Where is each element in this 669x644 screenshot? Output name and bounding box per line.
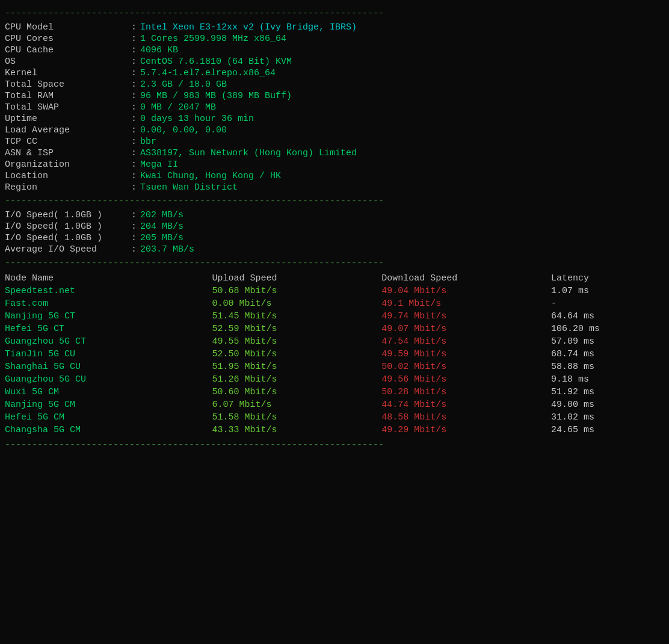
colon: : — [131, 22, 137, 33]
sysinfo-value: bbr — [140, 137, 156, 147]
colon: : — [131, 244, 137, 255]
sysinfo-row: Organization : Mega II — [5, 159, 664, 170]
network-row: Speedtest.net50.68 Mbit/s49.04 Mbit/s1.0… — [5, 285, 664, 297]
sysinfo-label: ASN & ISP — [5, 148, 131, 158]
network-header-upload: Upload Speed — [212, 272, 381, 285]
colon: : — [131, 159, 137, 170]
network-upload: 51.58 Mbit/s — [212, 411, 381, 424]
sysinfo-value: 96 MB / 983 MB (389 MB Buff) — [140, 91, 292, 101]
io-label: I/O Speed( 1.0GB ) — [5, 221, 131, 232]
network-header-row: Node NameUpload SpeedDownload SpeedLaten… — [5, 272, 664, 285]
network-upload: 51.26 Mbit/s — [212, 373, 381, 386]
network-upload: 6.07 Mbit/s — [212, 398, 381, 411]
io-label: I/O Speed( 1.0GB ) — [5, 233, 131, 243]
network-download: 49.59 Mbit/s — [381, 348, 551, 361]
colon: : — [131, 171, 137, 181]
network-latency: 64.64 ms — [551, 310, 664, 323]
network-latency: 58.88 ms — [551, 361, 664, 373]
sysinfo-row: OS : CentOS 7.6.1810 (64 Bit) KVM — [5, 57, 664, 67]
sysinfo-row: Total SWAP : 0 MB / 2047 MB — [5, 102, 664, 113]
sysinfo-row: CPU Cache : 4096 KB — [5, 45, 664, 55]
network-download: 49.1 Mbit/s — [381, 297, 551, 310]
colon: : — [131, 137, 137, 147]
sysinfo-row: CPU Cores : 1 Cores 2599.998 MHz x86_64 — [5, 34, 664, 44]
io-section: I/O Speed( 1.0GB ) : 202 MB/s I/O Speed(… — [5, 210, 664, 255]
sysinfo-row: Uptime : 0 days 13 hour 36 min — [5, 114, 664, 124]
network-node: Hefei 5G CM — [5, 411, 212, 424]
network-download: 49.07 Mbit/s — [381, 323, 551, 335]
network-node: TianJin 5G CU — [5, 348, 212, 361]
network-row: Changsha 5G CM43.33 Mbit/s49.29 Mbit/s24… — [5, 424, 664, 436]
network-latency: 68.74 ms — [551, 348, 664, 361]
colon: : — [131, 102, 137, 113]
divider-1: ----------------------------------------… — [5, 196, 664, 206]
io-value: 202 MB/s — [140, 210, 183, 220]
sysinfo-label: Uptime — [5, 114, 131, 124]
sysinfo-value: 0 days 13 hour 36 min — [140, 114, 254, 124]
sysinfo-value: 1 Cores 2599.998 MHz x86_64 — [140, 34, 286, 44]
sysinfo-value: 5.7.4-1.el7.elrepo.x86_64 — [140, 68, 276, 78]
network-header-latency: Latency — [551, 272, 664, 285]
sysinfo-label: Organization — [5, 159, 131, 170]
divider-2: ----------------------------------------… — [5, 258, 664, 268]
colon: : — [131, 210, 137, 220]
network-upload: 51.95 Mbit/s — [212, 361, 381, 373]
sysinfo-value: Mega II — [140, 159, 178, 170]
network-row: Wuxi 5G CM50.60 Mbit/s50.28 Mbit/s51.92 … — [5, 386, 664, 398]
network-section: Node NameUpload SpeedDownload SpeedLaten… — [5, 272, 664, 436]
io-label: I/O Speed( 1.0GB ) — [5, 210, 131, 220]
sysinfo-row: Total RAM : 96 MB / 983 MB (389 MB Buff) — [5, 91, 664, 101]
sysinfo-row: Kernel : 5.7.4-1.el7.elrepo.x86_64 — [5, 68, 664, 78]
top-divider: ----------------------------------------… — [5, 8, 664, 19]
sysinfo-row: Region : Tsuen Wan District — [5, 182, 664, 193]
sysinfo-label: Total RAM — [5, 91, 131, 101]
colon: : — [131, 221, 137, 232]
colon: : — [131, 68, 137, 78]
colon: : — [131, 57, 137, 67]
colon: : — [131, 34, 137, 44]
network-node: Hefei 5G CT — [5, 323, 212, 335]
io-row: I/O Speed( 1.0GB ) : 202 MB/s — [5, 210, 664, 220]
network-latency: 49.00 ms — [551, 398, 664, 411]
network-node: Nanjing 5G CM — [5, 398, 212, 411]
io-row: I/O Speed( 1.0GB ) : 205 MB/s — [5, 233, 664, 243]
sysinfo-value: Intel Xeon E3-12xx v2 (Ivy Bridge, IBRS) — [140, 22, 357, 33]
network-row: Hefei 5G CT52.59 Mbit/s49.07 Mbit/s106.2… — [5, 323, 664, 335]
network-latency: 57.09 ms — [551, 335, 664, 348]
io-row: Average I/O Speed : 203.7 MB/s — [5, 244, 664, 255]
network-latency: 51.92 ms — [551, 386, 664, 398]
network-download: 49.56 Mbit/s — [381, 373, 551, 386]
io-label: Average I/O Speed — [5, 244, 131, 255]
sysinfo-value: Tsuen Wan District — [140, 182, 238, 193]
sysinfo-label: Load Average — [5, 125, 131, 135]
io-value: 203.7 MB/s — [140, 244, 194, 255]
colon: : — [131, 79, 137, 90]
sysinfo-row: ASN & ISP : AS38197, Sun Network (Hong K… — [5, 148, 664, 158]
sysinfo-label: Location — [5, 171, 131, 181]
network-upload: 49.55 Mbit/s — [212, 335, 381, 348]
network-download: 44.74 Mbit/s — [381, 398, 551, 411]
network-row: Fast.com0.00 Mbit/s49.1 Mbit/s- — [5, 297, 664, 310]
sysinfo-label: Kernel — [5, 68, 131, 78]
sysinfo-row: Location : Kwai Chung, Hong Kong / HK — [5, 171, 664, 181]
colon: : — [131, 125, 137, 135]
sysinfo-label: Total Space — [5, 79, 131, 90]
colon: : — [131, 45, 137, 55]
network-row: Nanjing 5G CT51.45 Mbit/s49.74 Mbit/s64.… — [5, 310, 664, 323]
network-download: 50.28 Mbit/s — [381, 386, 551, 398]
colon: : — [131, 114, 137, 124]
sysinfo-value: AS38197, Sun Network (Hong Kong) Limited — [140, 148, 357, 158]
network-node: Guangzhou 5G CT — [5, 335, 212, 348]
network-download: 49.74 Mbit/s — [381, 310, 551, 323]
io-row: I/O Speed( 1.0GB ) : 204 MB/s — [5, 221, 664, 232]
network-node: Guangzhou 5G CU — [5, 373, 212, 386]
network-node: Changsha 5G CM — [5, 424, 212, 436]
colon: : — [131, 148, 137, 158]
sysinfo-value: Kwai Chung, Hong Kong / HK — [140, 171, 281, 181]
colon: : — [131, 182, 137, 193]
network-row: Shanghai 5G CU51.95 Mbit/s50.02 Mbit/s58… — [5, 361, 664, 373]
io-value: 204 MB/s — [140, 221, 183, 232]
network-latency: - — [551, 297, 664, 310]
network-row: TianJin 5G CU52.50 Mbit/s49.59 Mbit/s68.… — [5, 348, 664, 361]
sysinfo-label: TCP CC — [5, 137, 131, 147]
